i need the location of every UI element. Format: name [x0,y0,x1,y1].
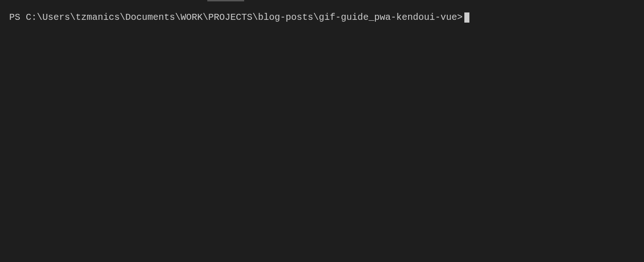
prompt-line[interactable]: PS C:\Users\tzmanics\Documents\WORK\PROJ… [9,11,635,24]
prompt-text: PS C:\Users\tzmanics\Documents\WORK\PROJ… [9,11,463,24]
cursor-icon [464,12,469,23]
terminal-window[interactable]: PS C:\Users\tzmanics\Documents\WORK\PROJ… [0,0,644,262]
tab-indicator [207,0,244,1]
